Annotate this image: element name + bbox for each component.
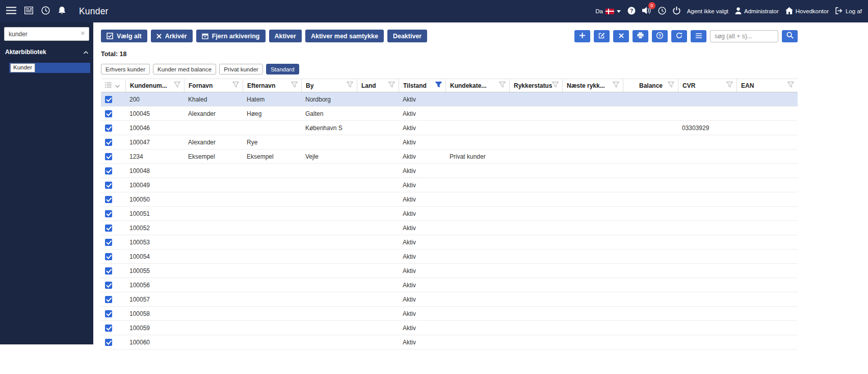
sidebar-section-header[interactable]: Aktørbibliotek — [0, 44, 93, 61]
activate-consent-button[interactable]: Aktiver med samtykke — [305, 30, 384, 42]
column-header-rykkerstatus[interactable]: Rykkerstatus — [509, 79, 562, 92]
cell-ean — [737, 107, 798, 120]
cell-fornavn — [184, 164, 243, 178]
sidebar-item-kunder[interactable]: Kunder — [9, 63, 90, 73]
table-row[interactable]: 100046København SAktiv03303929 — [101, 121, 798, 135]
row-checkbox[interactable] — [105, 325, 112, 332]
menu-button[interactable] — [6, 7, 16, 16]
table-row[interactable]: 100047AlexanderRyeAktiv — [101, 135, 798, 149]
refresh-button[interactable] — [671, 30, 687, 42]
print-button[interactable] — [633, 30, 648, 42]
column-header-fornavn[interactable]: Fornavn — [184, 79, 243, 92]
column-header-kundekategori[interactable]: Kundekate... — [445, 79, 509, 92]
filter-icon[interactable] — [726, 82, 733, 89]
row-checkbox[interactable] — [105, 139, 112, 146]
language-selector[interactable]: Da — [595, 8, 621, 14]
select-column-header[interactable] — [101, 79, 125, 92]
table-row[interactable]: 100056Aktiv — [101, 278, 798, 292]
table-row[interactable]: 1234EksempelEksempelVejleAktivPrivat kun… — [101, 149, 798, 164]
edit-button[interactable] — [594, 30, 610, 42]
news-button[interactable] — [24, 7, 33, 16]
column-header-kundenummer[interactable]: Kundenum... — [125, 79, 184, 92]
table-row[interactable]: 100045AlexanderHøegGaltenAktiv — [101, 107, 798, 121]
column-header-cvr[interactable]: CVR — [678, 79, 737, 92]
grid-search-input[interactable] — [710, 30, 778, 42]
row-checkbox[interactable] — [105, 210, 112, 217]
column-header-by[interactable]: By — [301, 79, 357, 92]
table-row[interactable]: 100054Aktiv — [101, 250, 798, 264]
row-checkbox[interactable] — [105, 239, 112, 246]
archive-button[interactable]: Arkivér — [151, 30, 193, 42]
clock-button[interactable] — [658, 7, 666, 16]
row-checkbox[interactable] — [105, 110, 112, 117]
search-button[interactable] — [782, 30, 798, 42]
filter-icon[interactable] — [499, 82, 506, 89]
table-row[interactable]: 100048Aktiv — [101, 164, 798, 178]
column-header-land[interactable]: Land — [357, 79, 399, 92]
table-row[interactable]: 100049Aktiv — [101, 178, 798, 192]
clear-search-icon[interactable]: ✕ — [81, 30, 85, 37]
notifications-button[interactable] — [58, 6, 66, 16]
table-row[interactable]: 100059Aktiv — [101, 321, 798, 335]
user-menu[interactable]: Administrator — [735, 7, 779, 15]
row-checkbox[interactable] — [105, 339, 112, 346]
row-checkbox[interactable] — [105, 124, 112, 132]
chip-standard[interactable]: Standard — [266, 64, 299, 74]
filter-icon[interactable] — [174, 82, 180, 89]
column-header-ean[interactable]: EAN — [737, 79, 798, 92]
filter-icon[interactable] — [435, 82, 442, 89]
column-header-tilstand[interactable]: Tilstand — [399, 79, 445, 92]
table-row[interactable]: 100052Aktiv — [101, 221, 798, 235]
cell-land — [357, 292, 399, 306]
filter-icon[interactable] — [347, 82, 353, 89]
columns-button[interactable] — [691, 30, 706, 42]
row-checkbox[interactable] — [105, 167, 112, 174]
office-menu[interactable]: Hovedkontor — [785, 7, 829, 15]
power-button[interactable] — [673, 7, 680, 16]
column-header-balance[interactable]: Balance — [623, 79, 678, 92]
sidebar-search-input[interactable] — [4, 27, 89, 41]
row-checkbox[interactable] — [105, 196, 112, 203]
help-button[interactable]: ? — [652, 30, 668, 42]
row-checkbox[interactable] — [105, 267, 112, 275]
row-checkbox[interactable] — [105, 153, 112, 160]
chip-privat-kunder[interactable]: Privat kunder — [219, 64, 263, 74]
column-header-efternavn[interactable]: Efternavn — [243, 79, 301, 92]
row-checkbox[interactable] — [105, 225, 112, 232]
unarchive-button[interactable]: Fjern arkivering — [196, 30, 266, 42]
column-header-naeste_rykker[interactable]: Næste rykk... — [562, 79, 623, 92]
table-row[interactable]: 100055Aktiv — [101, 264, 798, 278]
table-row[interactable]: 100053Aktiv — [101, 235, 798, 250]
table-row[interactable]: 100058Aktiv — [101, 307, 798, 321]
filter-icon[interactable] — [668, 82, 674, 89]
select-all-button[interactable]: Vælg alt — [101, 30, 147, 42]
row-checkbox[interactable] — [105, 310, 112, 317]
cell-cvr — [678, 107, 737, 120]
column-label: CVR — [682, 82, 695, 89]
table-row[interactable]: 100060Aktiv — [101, 335, 798, 350]
activate-button[interactable]: Aktiver — [269, 30, 302, 42]
table-row[interactable]: 100051Aktiv — [101, 207, 798, 221]
logout-button[interactable]: Log af — [835, 7, 862, 15]
filter-icon[interactable] — [613, 82, 619, 89]
filter-icon[interactable] — [552, 82, 559, 89]
delete-button[interactable] — [613, 30, 629, 42]
row-checkbox[interactable] — [105, 296, 112, 303]
filter-icon[interactable] — [232, 82, 239, 89]
row-checkbox[interactable] — [105, 282, 112, 289]
add-button[interactable] — [574, 30, 590, 42]
history-button[interactable] — [41, 6, 50, 16]
filter-icon[interactable] — [787, 82, 794, 89]
deactivate-button[interactable]: Deaktiver — [387, 30, 427, 42]
row-checkbox[interactable] — [105, 182, 112, 189]
table-row[interactable]: 100050Aktiv — [101, 192, 798, 207]
table-row[interactable]: 100057Aktiv — [101, 292, 798, 307]
row-checkbox[interactable] — [105, 96, 112, 103]
filter-icon[interactable] — [291, 82, 298, 89]
row-checkbox[interactable] — [105, 253, 112, 260]
table-row[interactable]: 200KhaledHatemNordborgAktiv — [101, 92, 798, 107]
topbar-help-button[interactable]: ? — [627, 7, 636, 16]
filter-icon[interactable] — [388, 82, 395, 89]
chip-erhvers-kunder[interactable]: Erhvers kunder — [101, 64, 150, 74]
chip-kunder-med-balance[interactable]: Kunder med balance — [153, 64, 216, 74]
